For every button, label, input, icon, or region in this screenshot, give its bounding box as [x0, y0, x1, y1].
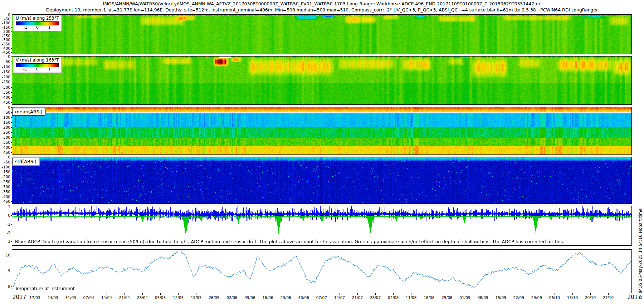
x-tick-mark	[375, 293, 376, 295]
y-tick-mark	[11, 102, 12, 103]
x-tick-label: 26/05	[209, 295, 219, 300]
x-tick-label: 02/06	[226, 295, 237, 300]
y-tick-mark	[11, 137, 12, 138]
y-tick-label: -250	[2, 180, 10, 184]
y-tick-mark	[11, 286, 12, 287]
x-tick-label: 28/04	[137, 295, 148, 300]
x-tick-mark	[322, 293, 322, 295]
x-tick-mark	[411, 293, 411, 295]
y-tick-mark	[11, 241, 12, 242]
x-tick-mark	[340, 293, 340, 295]
y-tick-label: -450	[2, 100, 10, 104]
y-tick-mark	[11, 52, 12, 53]
x-tick-mark	[142, 293, 143, 295]
x-tick-mark	[53, 293, 53, 295]
y-tick-label: -300	[2, 38, 10, 42]
x-tick-label: 24/03	[47, 295, 58, 300]
y-tick-label: -2	[7, 231, 10, 235]
x-tick-label: 16/06	[262, 295, 273, 300]
x-tick-label: 11/08	[406, 295, 416, 300]
colorbar-tick-label: 1	[48, 67, 50, 72]
x-tick-label: 21/07	[352, 295, 363, 300]
x-tick-label: 23/06	[280, 295, 291, 300]
x-tick-label: 19/05	[191, 295, 201, 300]
x-tick-label: 01/09	[459, 295, 470, 300]
y-tick-mark	[11, 132, 12, 133]
y-tick-label: 1	[8, 205, 10, 209]
y-tick-label: -50	[4, 110, 10, 114]
colorbar-tick-label: 1	[48, 25, 51, 30]
x-tick-mark	[214, 293, 214, 295]
y-tick-mark	[11, 187, 12, 187]
x-tick-mark	[519, 293, 519, 295]
x-tick-label: 06/10	[549, 295, 560, 300]
y-tick-mark	[11, 233, 12, 233]
y-tick-label: -300	[2, 135, 10, 139]
y-tick-label: -250	[2, 130, 10, 134]
temperature-plot	[12, 250, 631, 293]
y-tick-mark	[11, 207, 12, 207]
y-tick-mark	[11, 40, 12, 40]
y-tick-mark	[11, 271, 12, 271]
x-tick-label: 25/08	[441, 295, 452, 300]
u-colorbar-ticks: -101	[16, 25, 59, 30]
x-tick-label: 17/03	[29, 295, 40, 300]
figure-title: IMOS/ANMN/WA/WATR50/Velocity/IMOS_ANMN-W…	[0, 1, 644, 6]
depth-annotation: Blue: ADCP Depth (m) variation from sens…	[15, 239, 564, 244]
x-tick-label: 29/09	[531, 295, 542, 300]
y-tick-mark	[11, 147, 12, 148]
y-tick-mark	[11, 157, 12, 157]
x-tick-mark	[35, 293, 35, 295]
y-tick-mark	[11, 23, 12, 23]
y-tick-label: -100	[2, 65, 10, 69]
y-tick-mark	[11, 224, 12, 225]
figure-subtitle: Deployment 10, member 1 lat=31.77S lon=1…	[0, 7, 644, 13]
x-tick-mark	[572, 293, 573, 295]
y-tick-mark	[11, 77, 12, 77]
y-tick-label: -350	[2, 190, 10, 194]
x-tick-label: 05/05	[155, 295, 166, 300]
y-tick-mark	[11, 201, 12, 202]
x-tick-mark	[71, 293, 71, 295]
y-tick-label: -250	[2, 34, 10, 38]
y-tick-label: -200	[2, 125, 10, 129]
y-tick-label: -150	[2, 25, 10, 29]
x-tick-mark	[125, 293, 125, 295]
y-tick-mark	[11, 167, 12, 167]
y-tick-label: -200	[2, 29, 10, 34]
y-tick-label: -400	[2, 145, 10, 149]
y-tick-label: -100	[2, 21, 10, 25]
colorbar-tick-label: -1	[23, 25, 27, 30]
x-tick-mark	[250, 293, 250, 295]
y-tick-mark	[11, 72, 12, 72]
x-tick-label: 08/09	[477, 295, 488, 300]
y-tick-mark	[11, 57, 12, 57]
y-tick-label: 8	[8, 284, 10, 289]
y-tick-label: 9	[8, 269, 10, 273]
adcp-figure: IMOS/ANMN/WA/WATR50/Velocity/IMOS_ANMN-W…	[0, 0, 644, 304]
y-tick-mark	[11, 192, 12, 192]
y-tick-label: -100	[2, 115, 10, 119]
y-tick-label: -350	[2, 90, 10, 94]
u-legend-title: U (m/s) along 253°T	[16, 16, 59, 21]
y-tick-label: -400	[2, 195, 10, 199]
x-tick-label: 21/04	[119, 295, 130, 300]
y-tick-label: -3	[7, 239, 10, 244]
x-tick-label: 18/08	[424, 295, 434, 300]
y-tick-label: -50	[4, 17, 10, 21]
x-tick-label: 12/05	[173, 295, 184, 300]
y-tick-label: 0	[8, 213, 10, 217]
copyright-watermark: © IMOS 05-May-2025 14:54:16 Hobart time	[638, 209, 643, 300]
y-tick-mark	[11, 92, 12, 93]
x-tick-mark	[501, 293, 501, 295]
v-velocity-heatmap	[12, 57, 631, 104]
x-tick-mark	[232, 293, 232, 295]
x-tick-label: 27/10	[603, 295, 614, 300]
y-tick-mark	[11, 31, 12, 32]
y-tick-mark	[11, 36, 12, 36]
y-tick-label: -200	[2, 175, 10, 179]
x-tick-label: 07/04	[83, 295, 94, 300]
x-tick-mark	[590, 293, 591, 295]
y-tick-mark	[11, 152, 12, 153]
y-tick-mark	[11, 27, 12, 28]
